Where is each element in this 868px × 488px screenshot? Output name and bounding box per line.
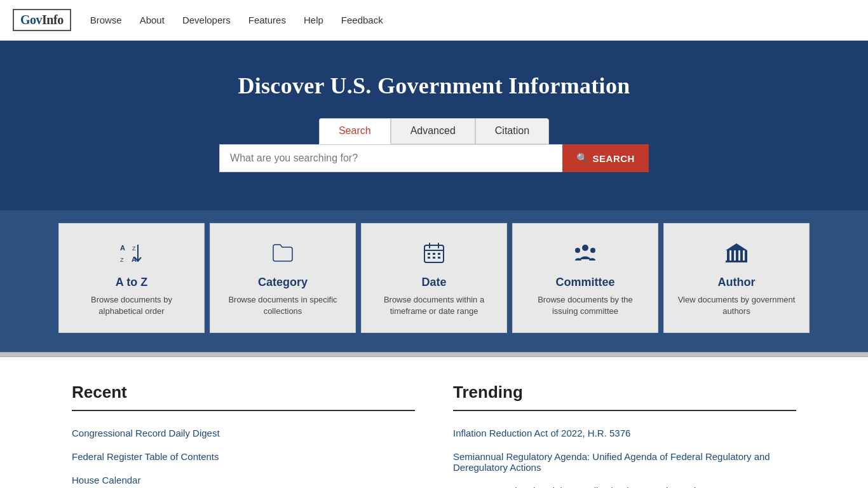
card-category-desc: Browse documents in specific collections — [223, 294, 342, 317]
hero-title: Discover U.S. Government Information — [13, 72, 855, 99]
card-a-to-z-desc: Browse documents by alphabetical order — [72, 294, 191, 317]
trending-item-2[interactable]: U.S. Congressional Serial Set Collection… — [453, 485, 701, 488]
trending-item-0[interactable]: Inflation Reduction Act of 2022, H.R. 53… — [453, 428, 630, 438]
recent-list: Congressional Record Daily Digest Federa… — [72, 421, 415, 488]
card-committee[interactable]: Committee Browse documents by the issuin… — [512, 223, 658, 333]
recent-item-1[interactable]: Federal Register Table of Contents — [72, 451, 219, 462]
svg-text:A: A — [132, 255, 137, 263]
date-icon — [374, 241, 494, 269]
trending-item-1[interactable]: Semiannual Regulatory Agenda: Unified Ag… — [453, 451, 770, 473]
search-button[interactable]: 🔍 SEARCH — [562, 144, 649, 172]
browse-strip: A Z Z A A to Z Browse documents by alpha… — [0, 210, 868, 352]
search-tabs: Search Advanced Citation — [13, 118, 855, 144]
list-item[interactable]: U.S. Congressional Serial Set Collection… — [453, 479, 796, 488]
svg-rect-9 — [428, 253, 430, 255]
svg-rect-14 — [438, 257, 440, 259]
svg-rect-20 — [736, 250, 738, 261]
svg-rect-13 — [433, 257, 435, 259]
recent-item-2[interactable]: House Calendar — [72, 475, 140, 485]
nav-help[interactable]: Help — [304, 15, 323, 25]
svg-rect-12 — [428, 257, 430, 259]
nav-about[interactable]: About — [140, 15, 165, 25]
a-to-z-icon: A Z Z A — [72, 241, 191, 269]
svg-text:Z: Z — [132, 245, 136, 252]
author-icon — [677, 241, 796, 269]
card-category[interactable]: Category Browse documents in specific co… — [210, 223, 356, 333]
card-committee-title: Committee — [526, 276, 645, 289]
navbar: GovInfo Browse About Developers Features… — [0, 0, 868, 41]
list-item[interactable]: Congressional Record Daily Digest — [72, 421, 415, 445]
list-item[interactable]: Inflation Reduction Act of 2022, H.R. 53… — [453, 421, 796, 445]
svg-rect-11 — [438, 253, 440, 255]
tab-advanced[interactable]: Advanced — [391, 118, 475, 144]
trending-section: Trending Inflation Reduction Act of 2022… — [453, 383, 796, 488]
logo-gov: Gov — [20, 13, 42, 27]
nav-browse[interactable]: Browse — [90, 15, 122, 25]
hero-section: Discover U.S. Government Information Sea… — [0, 41, 868, 210]
nav-developers[interactable]: Developers — [182, 15, 231, 25]
list-item[interactable]: House Calendar — [72, 468, 415, 488]
trending-divider — [453, 410, 796, 411]
card-date[interactable]: Date Browse documents within a timeframe… — [361, 223, 507, 333]
svg-point-16 — [575, 248, 580, 253]
category-icon — [223, 241, 342, 269]
logo[interactable]: GovInfo — [13, 9, 71, 31]
list-item[interactable]: Federal Register Table of Contents — [72, 445, 415, 468]
svg-rect-21 — [740, 250, 743, 261]
svg-marker-23 — [726, 243, 747, 250]
trending-title: Trending — [453, 383, 796, 402]
svg-rect-22 — [745, 250, 747, 261]
search-input[interactable] — [219, 144, 562, 172]
svg-rect-24 — [726, 261, 747, 262]
search-bar-container: 🔍 SEARCH — [13, 144, 855, 172]
svg-rect-10 — [433, 253, 435, 255]
section-divider — [0, 352, 868, 357]
card-committee-desc: Browse documents by the issuing committe… — [526, 294, 645, 317]
svg-text:A: A — [120, 244, 125, 252]
card-a-to-z-title: A to Z — [72, 276, 191, 289]
card-author-title: Author — [677, 276, 796, 289]
card-date-title: Date — [374, 276, 494, 289]
list-item[interactable]: Semiannual Regulatory Agenda: Unified Ag… — [453, 445, 796, 479]
svg-point-15 — [582, 245, 588, 251]
card-date-desc: Browse documents within a timeframe or d… — [374, 294, 494, 317]
tab-search[interactable]: Search — [319, 118, 391, 144]
card-a-to-z[interactable]: A Z Z A A to Z Browse documents by alpha… — [58, 223, 205, 333]
committee-icon — [526, 241, 645, 269]
trending-list: Inflation Reduction Act of 2022, H.R. 53… — [453, 421, 796, 488]
svg-text:Z: Z — [120, 257, 124, 263]
recent-item-0[interactable]: Congressional Record Daily Digest — [72, 428, 220, 438]
logo-info: Info — [42, 13, 64, 27]
search-icon: 🔍 — [576, 152, 589, 164]
nav-feedback[interactable]: Feedback — [341, 15, 383, 25]
browse-cards: A Z Z A A to Z Browse documents by alpha… — [53, 223, 815, 333]
recent-divider — [72, 410, 415, 411]
nav-links: Browse About Developers Features Help Fe… — [90, 15, 383, 26]
recent-section: Recent Congressional Record Daily Digest… — [72, 383, 415, 488]
content-section: Recent Congressional Record Daily Digest… — [53, 357, 815, 488]
svg-point-17 — [590, 248, 595, 253]
svg-rect-19 — [731, 250, 734, 261]
card-category-title: Category — [223, 276, 342, 289]
tab-citation[interactable]: Citation — [475, 118, 549, 144]
nav-features[interactable]: Features — [248, 15, 286, 25]
search-button-label: SEARCH — [593, 153, 635, 164]
card-author-desc: View documents by government authors — [677, 294, 796, 317]
svg-rect-18 — [727, 250, 729, 261]
recent-title: Recent — [72, 383, 415, 402]
card-author[interactable]: Author View documents by government auth… — [663, 223, 810, 333]
